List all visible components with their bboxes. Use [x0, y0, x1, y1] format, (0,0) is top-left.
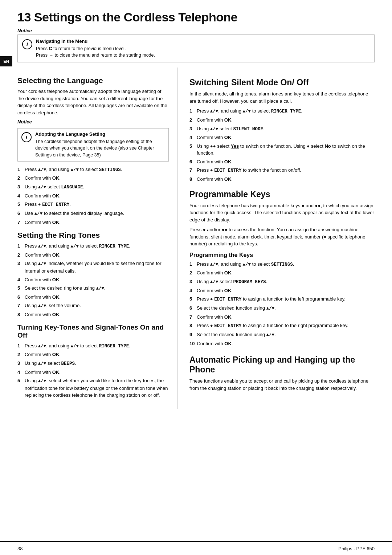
- step-item: 2Confirm with OK.: [189, 269, 375, 277]
- step-item: 9Select the desired function using ▲/▼.: [189, 331, 375, 339]
- col-right: Switching Silent Mode On/ Off In the sil…: [178, 68, 392, 409]
- programmable-keys-heading: Programmable Keys: [189, 189, 375, 199]
- step-item: 4Confirm with OK.: [189, 134, 375, 141]
- ring-tones-steps: 1Press ▲/▼, and using ▲/▼ to select RING…: [17, 242, 169, 318]
- top-notice-line1: Press C to return to the previous menu l…: [36, 45, 155, 52]
- step-item: 5Press ● EDIT ENTRY to assign a function…: [189, 295, 375, 303]
- step-item: 1Press ▲/▼, and using ▲/▼ to select SETT…: [189, 261, 375, 268]
- step-item: 6Select the desired function using ▲/▼.: [189, 305, 375, 312]
- step-item: 1Press ▲/▼, and using ▲/▼ to select RING…: [17, 342, 169, 350]
- step-item: 4Confirm with OK.: [17, 369, 169, 376]
- lang-notice-icon: i: [21, 132, 32, 142]
- step-item: 4Confirm with OK.: [17, 276, 169, 283]
- step-item: 7Confirm with OK.: [189, 314, 375, 321]
- step-item: 3Using ▲/▼ select LANGUAGE.: [17, 183, 169, 191]
- page-container: 13 Settings on the Cordless Telephone EN…: [0, 0, 392, 555]
- step-item: 8Confirm with OK.: [17, 311, 169, 318]
- footer-page-number: 38: [17, 546, 23, 551]
- silent-mode-steps: 1Press ▲/▼, and using ▲/▼ to select RING…: [189, 107, 375, 183]
- key-tones-steps: 1Press ▲/▼, and using ▲/▼ to select RING…: [17, 342, 169, 399]
- step-item: 3Using ▲/▼ indicate, whether you would l…: [17, 260, 169, 274]
- step-item: 3Using ▲/▼ select PROGRAM KEYS.: [189, 278, 375, 286]
- step-item: 4Confirm with OK.: [189, 287, 375, 294]
- step-item: 3Using ▲/▼ select BEEPS.: [17, 360, 169, 367]
- page-title: 13 Settings on the Cordless Telephone: [17, 10, 375, 24]
- step-item: 8Confirm with OK.: [189, 176, 375, 183]
- step-item: 5Using ▲/▼, select whether you would lik…: [17, 377, 169, 399]
- key-tones-heading: Turning Key-Tones and Signal-Tones On an…: [17, 323, 169, 339]
- step-item: 5Press ● EDIT ENTRY.: [17, 201, 169, 208]
- col-left: Selecting the Language Your cordless tel…: [0, 68, 178, 409]
- silent-mode-heading: Switching Silent Mode On/ Off: [189, 78, 375, 87]
- top-notice-box: i Navigating in the Menu Press C to retu…: [17, 34, 375, 62]
- lang-notice-label: Notice: [17, 119, 169, 125]
- selecting-language-heading: Selecting the Language: [17, 76, 169, 85]
- top-notice-label: Notice: [17, 28, 375, 33]
- page-footer: 38 Philips · PPF 650: [0, 541, 392, 555]
- step-item: 6Use ▲/▼ to select the desired display l…: [17, 210, 169, 217]
- programmable-keys-body2: Press ● and/or ●● to access the function…: [189, 226, 375, 248]
- step-item: 1Press ▲/▼, and using ▲/▼ to select RING…: [17, 242, 169, 250]
- lang-notice-title: Adopting the Language Setting: [35, 131, 165, 137]
- step-item: 6Confirm with OK.: [189, 158, 375, 166]
- step-item: 8Press ● EDIT ENTRY to assign a function…: [189, 322, 375, 330]
- top-notice-title: Navigating in the Menu: [36, 38, 155, 44]
- top-notice-icon: i: [22, 39, 32, 49]
- columns: Selecting the Language Your cordless tel…: [0, 68, 392, 409]
- programmable-keys-body1: Your cordless telephone has two programm…: [189, 202, 375, 224]
- step-item: 5Using ●● select Yes to switch on the fu…: [189, 143, 375, 157]
- top-notice-line2: Press → to close the menu and return to …: [36, 52, 155, 58]
- step-item: 3Using ▲/▼ select SILENT MODE.: [189, 125, 375, 133]
- footer-brand: Philips · PPF 650: [338, 546, 375, 551]
- silent-mode-body: In the silent mode, all ring tones, alar…: [189, 90, 375, 105]
- selecting-language-body: Your cordless telephone automatically ad…: [17, 88, 169, 116]
- step-item: 2Confirm with OK.: [17, 175, 169, 182]
- programming-keys-subheading: Programming the Keys: [189, 252, 375, 258]
- en-badge: EN: [0, 56, 12, 66]
- lang-notice-body: The cordless telephone adopts the langua…: [35, 138, 165, 158]
- step-item: 7Using ▲/▼, set the volume.: [17, 302, 169, 310]
- auto-picking-heading: Automatic Picking up and Hanging up the …: [189, 355, 375, 375]
- auto-picking-body: These functions enable you to accept or …: [189, 378, 375, 392]
- ring-tones-heading: Setting the Ring Tones: [17, 231, 169, 240]
- step-item: 6Confirm with OK.: [17, 294, 169, 301]
- step-item: 10Confirm with OK.: [189, 340, 375, 347]
- step-item: 2Confirm with OK.: [17, 351, 169, 358]
- step-item: 4Confirm with OK.: [17, 192, 169, 200]
- step-item: 7Press ● EDIT ENTRY to switch the functi…: [189, 167, 375, 174]
- step-item: 1Press ▲/▼, and using ▲/▼ to select SETT…: [17, 166, 169, 174]
- programming-keys-steps: 1Press ▲/▼, and using ▲/▼ to select SETT…: [189, 261, 375, 347]
- selecting-language-steps: 1Press ▲/▼, and using ▲/▼ to select SETT…: [17, 166, 169, 226]
- step-item: 5Select the desired ring tone using ▲/▼.: [17, 285, 169, 292]
- page-title-bar: 13 Settings on the Cordless Telephone: [0, 0, 392, 28]
- step-item: 7Confirm with OK.: [17, 219, 169, 226]
- lang-notice-box: i Adopting the Language Setting The cord…: [17, 128, 169, 161]
- step-item: 2Confirm with OK.: [17, 252, 169, 259]
- step-item: 2Confirm with OK.: [189, 117, 375, 124]
- step-item: 1Press ▲/▼, and using ▲/▼ to select RING…: [189, 107, 375, 115]
